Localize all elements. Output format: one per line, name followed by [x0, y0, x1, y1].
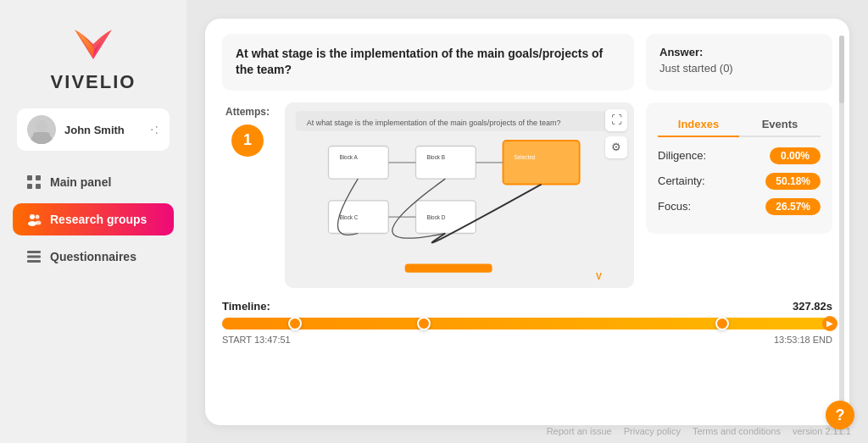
timeline-dot-3: [715, 317, 729, 330]
index-row-focus: Focus: 26.57%: [658, 198, 821, 215]
scrollbar-track[interactable]: [839, 36, 844, 408]
content-card: At what stage is the implementation of t…: [205, 19, 849, 425]
answer-label: Answer:: [659, 46, 819, 58]
svg-text:Selected: Selected: [514, 154, 535, 160]
list-icon: [26, 249, 42, 264]
nav-label-research-groups: Research groups: [50, 213, 147, 226]
question-text: At what stage is the implementation of t…: [236, 47, 603, 77]
logo-icon: [68, 17, 119, 68]
svg-text:Block A: Block A: [339, 154, 358, 160]
svg-rect-5: [27, 184, 32, 189]
nav-label-main-panel: Main panel: [50, 175, 111, 189]
index-row-certainty: Certainty: 50.18%: [658, 173, 821, 190]
timeline-dot-1: [288, 317, 302, 330]
index-row-diligence: Diligence: 0.00%: [658, 147, 821, 164]
expand-icon-btn[interactable]: ⛶: [605, 109, 627, 131]
logo-area: VIVELIO: [51, 17, 136, 93]
footer-report[interactable]: Report an issue: [547, 426, 612, 436]
diagram-svg: At what stage is the implementation of t…: [285, 102, 634, 288]
tab-indexes[interactable]: Indexes: [658, 113, 739, 137]
indexes-tabs: Indexes Events: [658, 113, 821, 137]
svg-rect-3: [27, 175, 32, 180]
svg-rect-22: [329, 201, 389, 234]
svg-point-8: [28, 221, 36, 226]
focus-label: Focus:: [658, 200, 691, 213]
expand-icon: ⛶: [611, 114, 622, 126]
footer: Report an issue Privacy policy Terms and…: [547, 426, 851, 436]
attempts-badge: 1: [231, 125, 264, 157]
certainty-value: 50.18%: [765, 173, 821, 190]
middle-row: Attemps: 1 At what stage is the implemen…: [222, 102, 832, 288]
user-menu-dots[interactable]: ·:: [150, 122, 159, 137]
tab-events[interactable]: Events: [739, 113, 821, 136]
user-card[interactable]: John Smith ·:: [17, 108, 170, 151]
svg-rect-4: [36, 175, 41, 180]
attempts-section: Attemps: 1: [222, 102, 273, 157]
indexes-panel: Indexes Events Diligence: 0.00% Certaint…: [646, 102, 832, 234]
svg-rect-11: [27, 251, 41, 253]
attempts-label: Attemps:: [225, 106, 270, 118]
main-content: At what stage is the implementation of t…: [186, 0, 868, 443]
nav-item-questionnaires[interactable]: Questionnaires: [13, 241, 174, 273]
timeline-timestamps: START 13:47:51 13:53:18 END: [222, 335, 832, 345]
people-icon: [26, 212, 42, 227]
timeline-row: Timeline: 327.82s ▶ START 13:47:51 13:53…: [222, 300, 832, 345]
svg-rect-2: [33, 132, 50, 144]
timeline-end: 13:53:18 END: [774, 335, 832, 345]
svg-rect-20: [504, 141, 580, 185]
svg-text:V: V: [596, 271, 602, 280]
question-box: At what stage is the implementation of t…: [222, 34, 634, 91]
svg-text:Block D: Block D: [426, 213, 445, 219]
logo-text: VIVELIO: [51, 71, 136, 93]
svg-text:Block C: Block C: [339, 213, 358, 219]
svg-text:At what stage is the implement: At what stage is the implementation of t…: [307, 119, 561, 127]
diligence-label: Diligence:: [658, 149, 706, 162]
footer-terms[interactable]: Terms and conditions: [693, 426, 781, 436]
timeline-dot-2: [417, 317, 431, 330]
help-button[interactable]: ?: [826, 401, 854, 429]
timeline-header: Timeline: 327.82s: [222, 300, 832, 313]
scrollbar-thumb[interactable]: [839, 36, 844, 103]
settings-icon-btn[interactable]: ⚙: [605, 136, 627, 158]
svg-rect-6: [36, 184, 41, 189]
svg-text:Block B: Block B: [426, 154, 445, 160]
nav-label-questionnaires: Questionnaires: [50, 250, 136, 263]
svg-rect-29: [405, 263, 492, 272]
footer-privacy[interactable]: Privacy policy: [624, 426, 681, 436]
timeline-label: Timeline:: [222, 300, 270, 313]
certainty-label: Certainty:: [658, 174, 705, 187]
avatar: [27, 115, 56, 144]
sidebar: VIVELIO John Smith ·: Main panel Researc…: [0, 0, 186, 443]
svg-point-7: [30, 214, 35, 219]
timeline-end-arrow: ▶: [822, 316, 837, 331]
timeline-duration: 327.82s: [793, 300, 832, 313]
question-row: At what stage is the implementation of t…: [222, 34, 832, 91]
svg-point-10: [36, 221, 42, 225]
preview-box: At what stage is the implementation of t…: [285, 102, 634, 288]
svg-point-1: [36, 120, 47, 132]
answer-box: Answer: Just started (0): [646, 34, 832, 91]
svg-rect-13: [27, 260, 41, 263]
nav-item-main-panel[interactable]: Main panel: [13, 166, 174, 198]
timeline-fill: [222, 318, 832, 329]
timeline-bar[interactable]: ▶: [222, 318, 832, 329]
grid-icon: [26, 174, 42, 190]
svg-rect-16: [329, 146, 389, 179]
preview-icons: ⛶ ⚙: [605, 109, 627, 158]
user-name: John Smith: [64, 124, 142, 136]
settings-icon: ⚙: [611, 141, 621, 153]
svg-rect-12: [27, 256, 41, 258]
svg-rect-18: [416, 146, 476, 179]
answer-value: Just started (0): [659, 62, 819, 75]
svg-point-9: [36, 215, 40, 219]
svg-rect-24: [416, 201, 476, 234]
nav-item-research-groups[interactable]: Research groups: [13, 203, 174, 235]
focus-value: 26.57%: [765, 198, 821, 215]
timeline-start: START 13:47:51: [222, 335, 291, 345]
diligence-value: 0.00%: [770, 147, 821, 164]
